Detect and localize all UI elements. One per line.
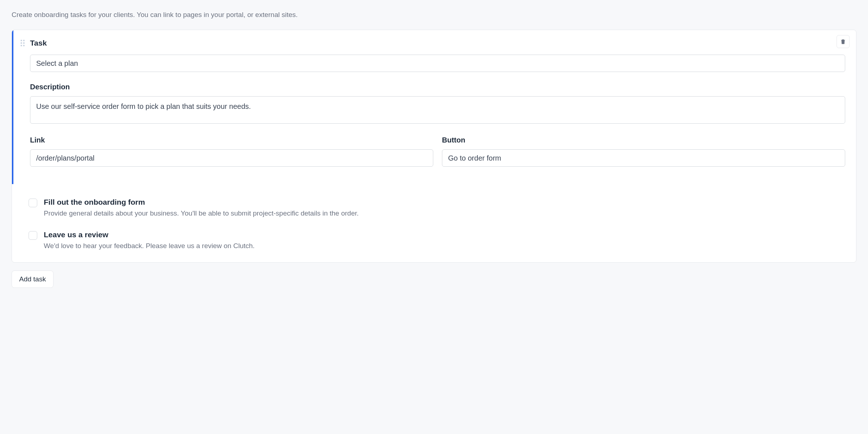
task-checkbox[interactable]	[29, 199, 37, 207]
task-editor-header: Task	[21, 39, 845, 47]
task-row[interactable]: Fill out the onboarding form Provide gen…	[29, 193, 845, 225]
delete-task-button[interactable]	[837, 35, 850, 48]
task-row[interactable]: Leave us a review We'd love to hear your…	[29, 225, 845, 252]
button-field-label: Button	[442, 136, 845, 144]
task-title-input[interactable]	[30, 55, 845, 72]
task-editor: Task Description Link Button	[12, 30, 856, 184]
task-item-description: We'd love to hear your feedback. Please …	[44, 242, 255, 250]
task-link-input[interactable]	[30, 149, 433, 167]
description-field-label: Description	[30, 83, 845, 91]
task-button-input[interactable]	[442, 149, 845, 167]
task-item-title: Fill out the onboarding form	[44, 198, 359, 207]
add-task-button[interactable]: Add task	[12, 271, 54, 288]
trash-icon	[840, 38, 846, 45]
drag-handle-icon[interactable]	[21, 40, 26, 46]
onboarding-tasks-card: Task Description Link Button	[12, 30, 856, 263]
task-description-input[interactable]	[30, 96, 845, 124]
task-item-description: Provide general details about your busin…	[44, 209, 359, 217]
page-intro: Create onboarding tasks for your clients…	[12, 11, 856, 19]
task-checkbox[interactable]	[29, 231, 37, 240]
task-item-title: Leave us a review	[44, 230, 255, 239]
task-field-label: Task	[30, 39, 47, 47]
task-list: Fill out the onboarding form Provide gen…	[12, 184, 856, 262]
link-field-label: Link	[30, 136, 433, 144]
